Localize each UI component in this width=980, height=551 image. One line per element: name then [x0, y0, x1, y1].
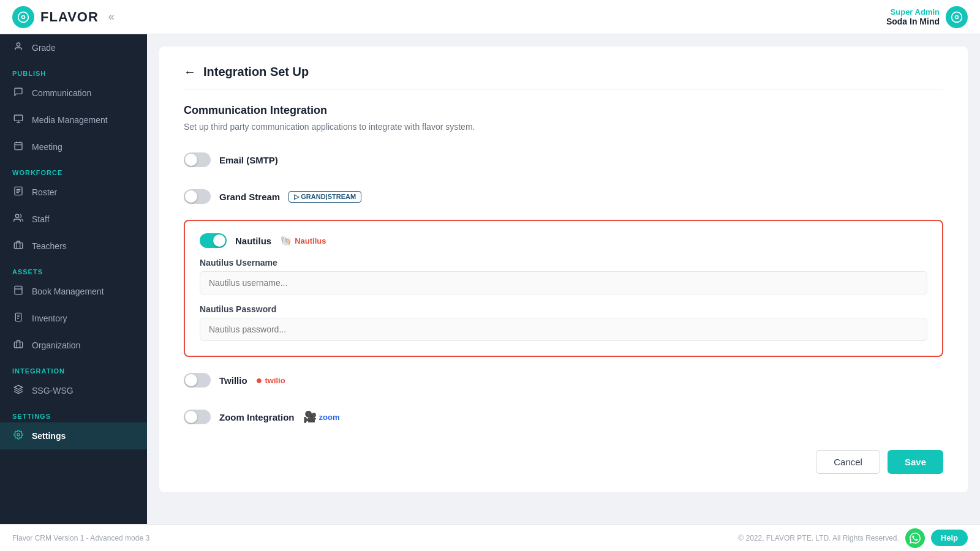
- svg-marker-14: [14, 385, 22, 389]
- header-left: FLAVOR «: [12, 6, 115, 28]
- nautilus-header: Nautilus 🐚 Nautilus: [200, 233, 927, 248]
- section-title: Communication Integration: [184, 104, 943, 117]
- sidebar-item-label: Book Management: [32, 287, 104, 296]
- grade-icon: [12, 42, 24, 54]
- integration-section: Communication Integration Set up third p…: [184, 104, 943, 474]
- zoom-integration-name: Zoom Integration: [219, 412, 295, 422]
- sidebar-section-workforce: WORKFORCE: [0, 160, 147, 179]
- grandstream-toggle[interactable]: [184, 189, 211, 204]
- svg-point-15: [17, 433, 20, 436]
- sidebar-item-media-management[interactable]: Media Management: [0, 107, 147, 133]
- whatsapp-button[interactable]: [905, 528, 925, 548]
- password-label: Nautilus Password: [200, 304, 927, 314]
- sidebar-section-assets: ASSETS: [0, 260, 147, 278]
- sidebar-item-label: Staff: [32, 214, 50, 224]
- footer-right: © 2022, FLAVOR PTE. LTD. All Rights Rese…: [738, 528, 968, 548]
- user-info: Super Admin Soda In Mind: [886, 7, 940, 26]
- sidebar-item-inventory[interactable]: Inventory: [0, 305, 147, 332]
- organization-icon: [12, 339, 24, 351]
- help-button[interactable]: Help: [931, 530, 968, 546]
- settings-icon: [12, 430, 24, 442]
- save-button[interactable]: Save: [888, 450, 943, 474]
- sidebar-item-label: SSG-WSG: [32, 386, 74, 395]
- zoom-brand-badge: 🎥 zoom: [303, 410, 340, 424]
- back-button[interactable]: ←: [184, 65, 196, 79]
- nautilus-brand-badge: 🐚 Nautilus: [280, 235, 326, 247]
- staff-icon: [12, 213, 24, 225]
- user-avatar[interactable]: [946, 6, 968, 28]
- main-content: ← Integration Set Up Communication Integ…: [147, 34, 980, 524]
- integration-row-email: Email (SMTP): [184, 146, 943, 173]
- integration-row-twillio: Twillio ● twilio: [184, 367, 943, 394]
- sidebar-item-label: Roster: [32, 187, 57, 197]
- nautilus-integration-name: Nautilus: [235, 236, 271, 246]
- collapse-sidebar-button[interactable]: «: [108, 10, 115, 23]
- username-label: Nautilus Username: [200, 258, 927, 268]
- sidebar-item-organization[interactable]: Organization: [0, 332, 147, 359]
- page-header: ← Integration Set Up: [184, 65, 943, 89]
- sidebar-item-teachers[interactable]: Teachers: [0, 233, 147, 260]
- sidebar-item-book-management[interactable]: Book Management: [0, 278, 147, 305]
- section-description: Set up third party communication applica…: [184, 122, 943, 132]
- meeting-icon: [12, 141, 24, 153]
- layout: Grade PUBLISH Communication Media Manage…: [0, 34, 980, 524]
- sidebar-item-label: Communication: [32, 88, 91, 98]
- sidebar-item-label: Media Management: [32, 115, 108, 125]
- svg-point-2: [22, 16, 24, 18]
- svg-rect-11: [15, 286, 22, 294]
- sidebar-item-label: Meeting: [32, 142, 62, 152]
- copyright-text: © 2022, FLAVOR PTE. LTD. All Rights Rese…: [738, 534, 899, 542]
- communication-icon: [12, 87, 24, 99]
- nautilus-username-input[interactable]: [200, 271, 927, 294]
- user-name-label: Soda In Mind: [886, 17, 940, 26]
- header: FLAVOR « Super Admin Soda In Mind: [0, 0, 980, 34]
- twillio-integration-name: Twillio: [219, 375, 247, 386]
- sidebar-item-grade[interactable]: Grade: [0, 34, 147, 61]
- footer: Flavor CRM Version 1 - Advanced mode 3 ©…: [0, 524, 980, 551]
- sidebar-item-label: Organization: [32, 340, 80, 350]
- logo-icon: [12, 6, 34, 28]
- integration-row-grandstream: Grand Stream ▷ GRAND|STREAM: [184, 183, 943, 210]
- page-title: Integration Set Up: [203, 65, 309, 79]
- sidebar-item-communication[interactable]: Communication: [0, 80, 147, 107]
- sidebar-item-roster[interactable]: Roster: [0, 179, 147, 206]
- svg-rect-13: [14, 342, 22, 348]
- sidebar-item-label: Teachers: [32, 241, 67, 251]
- sidebar-item-label: Settings: [32, 431, 66, 441]
- sidebar-item-settings[interactable]: Settings: [0, 422, 147, 449]
- email-integration-name: Email (SMTP): [219, 155, 278, 165]
- sidebar-item-ssg-wsg[interactable]: SSG-WSG: [0, 377, 147, 404]
- logo-text: FLAVOR: [40, 9, 99, 25]
- svg-point-6: [17, 43, 20, 46]
- sidebar-section-integration: INTEGRATION: [0, 359, 147, 377]
- twilio-brand-badge: ● twilio: [256, 374, 285, 387]
- cancel-button[interactable]: Cancel: [816, 450, 880, 474]
- sidebar-item-label: Grade: [32, 43, 56, 53]
- version-text: Flavor CRM Version 1 - Advanced mode 3: [12, 534, 149, 542]
- svg-point-5: [956, 16, 957, 18]
- ssg-icon: [12, 384, 24, 397]
- media-icon: [12, 114, 24, 126]
- user-role-label: Super Admin: [886, 7, 940, 17]
- svg-point-10: [15, 214, 18, 217]
- grandstream-integration-name: Grand Stream: [219, 192, 280, 202]
- zoom-toggle[interactable]: [184, 410, 211, 424]
- sidebar: Grade PUBLISH Communication Media Manage…: [0, 34, 147, 524]
- integration-row-zoom: Zoom Integration 🎥 zoom: [184, 403, 943, 430]
- svg-rect-8: [15, 143, 22, 150]
- nautilus-password-input[interactable]: [200, 318, 927, 341]
- nautilus-expanded-box: Nautilus 🐚 Nautilus Nautilus Username Na…: [184, 220, 943, 357]
- email-toggle[interactable]: [184, 152, 211, 167]
- sidebar-section-settings: SETTINGS: [0, 404, 147, 422]
- sidebar-section-publish: PUBLISH: [0, 61, 147, 80]
- action-row: Cancel Save: [184, 450, 943, 474]
- inventory-icon: [12, 312, 24, 324]
- sidebar-item-label: Inventory: [32, 313, 67, 323]
- grandstream-brand-badge: ▷ GRAND|STREAM: [288, 191, 361, 203]
- svg-rect-7: [14, 115, 22, 121]
- sidebar-item-meeting[interactable]: Meeting: [0, 133, 147, 160]
- sidebar-item-staff[interactable]: Staff: [0, 206, 147, 233]
- twillio-toggle[interactable]: [184, 373, 211, 388]
- nautilus-toggle[interactable]: [200, 233, 227, 248]
- header-right: Super Admin Soda In Mind: [886, 6, 968, 28]
